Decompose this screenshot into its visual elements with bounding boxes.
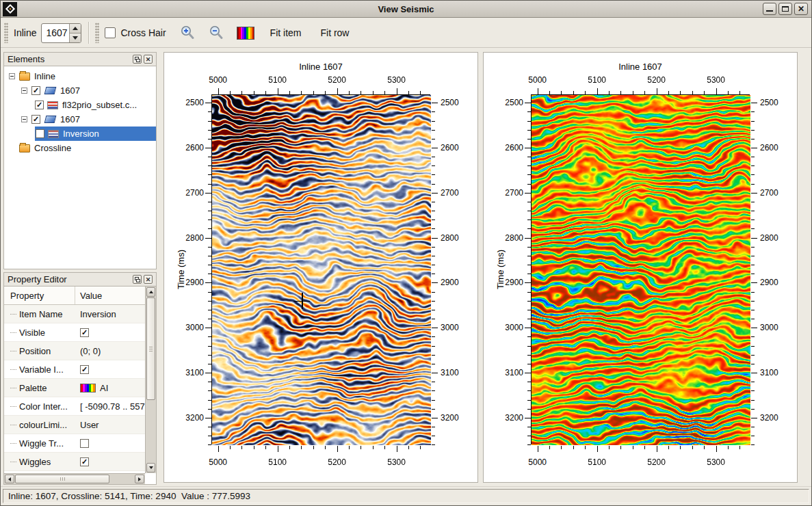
crosshair-label: Cross Hair [120,27,166,38]
column-header-value[interactable]: Value [75,291,102,301]
property-row-colour-limits[interactable]: colourLimi... User [4,416,145,434]
axis-tick [325,446,326,449]
float-panel-button[interactable] [133,55,142,64]
scroll-right-button[interactable] [135,475,144,483]
axis-tick [265,446,266,449]
axis-tick [751,274,755,274]
axis-tick [527,130,531,131]
left-arrow-icon [8,477,11,481]
crosshair-checkbox[interactable] [105,27,116,38]
zoom-in-button[interactable] [179,25,196,41]
axis-tick [208,265,211,265]
axis-tick [230,91,231,94]
maximize-icon [782,6,789,12]
minimize-button[interactable] [763,3,776,15]
axis-tick [728,446,729,449]
axis-tick [527,228,531,229]
property-row-position[interactable]: Position (0; 0) [4,342,145,360]
axis-tick [751,157,755,157]
close-button[interactable]: ✕ [794,3,808,15]
collapse-expander-icon[interactable] [9,73,15,79]
x-axis-tick-label: 5000 [523,457,553,467]
float-panel-button[interactable] [133,275,142,284]
axis-tick [751,103,757,103]
visibility-checkbox[interactable]: ✓ [35,101,44,109]
scroll-up-button[interactable] [146,287,155,297]
palette-button[interactable] [237,27,254,40]
seismic-canvas[interactable] [532,95,750,445]
visibility-checkbox[interactable]: ✓ [31,86,40,95]
property-row-item-name[interactable]: Item Name Inversion [4,305,145,323]
axis-tick [751,228,755,229]
inline-spinbox-value[interactable]: 1607 [42,24,69,42]
horizontal-scrollbar[interactable] [4,473,145,484]
property-row-color-interval[interactable]: Color Inter... [ -5090.78 .. 5572 [4,397,145,416]
value-checkbox[interactable] [80,439,89,448]
value-checkbox[interactable]: ✓ [80,365,89,374]
toolbar-drag-handle[interactable] [95,23,99,43]
value-checkbox[interactable]: ✓ [80,328,89,337]
axis-tick [373,91,374,94]
axis-tick [208,165,211,166]
y-axis-tick-label: 2800 [441,233,475,243]
axis-tick [432,174,435,175]
value-checkbox[interactable]: ✓ [80,457,89,466]
scrollbar-thumb[interactable] [146,297,155,400]
close-panel-button[interactable]: ✕ [144,275,153,284]
collapse-expander-icon[interactable] [21,88,27,94]
tree-item-crossline[interactable]: Crossline [4,141,156,155]
scrollbar-thumb[interactable] [15,475,109,483]
axis-tick [432,282,438,283]
property-row-wiggle-trace[interactable]: Wiggle Tr... [4,434,145,453]
axis-tick [384,446,385,449]
tree-item-inline[interactable]: Inline [4,69,156,83]
axis-tick [208,111,211,112]
vertical-scrollbar[interactable] [145,287,156,473]
y-axis-tick-label: 2500 [170,98,204,107]
column-header-property[interactable]: Property [4,287,75,304]
seismic-canvas[interactable] [212,95,431,445]
axis-tick [704,91,705,94]
inline-spinbox[interactable]: 1607 [41,23,81,43]
slice-icon [44,87,57,94]
axis-tick [432,292,435,293]
axis-tick [205,282,211,283]
axis-tick [527,211,531,211]
property-row-palette[interactable]: Palette AI [4,379,145,397]
axis-tick [527,346,531,347]
property-row-variable[interactable]: Variable I... ✓ [4,360,145,379]
spin-up-button[interactable] [70,24,81,33]
axis-tick [609,91,610,94]
fit-row-button[interactable]: Fit row [320,27,349,38]
axis-tick [313,446,314,449]
maximize-button[interactable] [778,3,792,15]
toolbar-drag-handle[interactable] [4,23,8,43]
elements-tree: Inline ✓ 1607 ✓ fl32prio_subset.c... ✓ [3,66,157,269]
axis-tick [527,292,531,293]
visibility-checkbox[interactable]: ✓ [31,115,40,124]
close-panel-button[interactable]: ✕ [144,55,153,64]
tree-item-fl32prio[interactable]: ✓ fl32prio_subset.c... [4,98,156,112]
spin-down-button[interactable] [70,33,81,42]
tree-item-1607-a[interactable]: ✓ 1607 [4,83,156,98]
axis-tick [205,373,211,373]
axis-tick [751,346,755,347]
tree-item-inversion[interactable]: ✓ Inversion [4,126,156,141]
property-row-visible[interactable]: Visible ✓ [4,323,145,342]
tree-item-1607-b[interactable]: ✓ 1607 [4,112,156,126]
axis-tick [408,446,409,449]
collapse-expander-icon[interactable] [21,116,27,122]
zoom-out-button[interactable] [208,25,224,41]
axis-tick [751,282,757,283]
property-row-wiggles[interactable]: Wiggles ✓ [4,453,145,471]
scroll-left-button[interactable] [5,475,14,483]
axis-tick [432,219,435,220]
visibility-checkbox[interactable]: ✓ [36,129,44,138]
scroll-down-button[interactable] [146,463,155,472]
y-axis-tick-label: 2900 [170,278,204,287]
fit-item-button[interactable]: Fit item [270,27,302,38]
axis-tick [751,328,757,328]
x-axis-tick-label: 5100 [263,457,293,467]
axis-tick [527,436,531,436]
selected-tree-item[interactable]: ✓ Inversion [35,126,156,141]
